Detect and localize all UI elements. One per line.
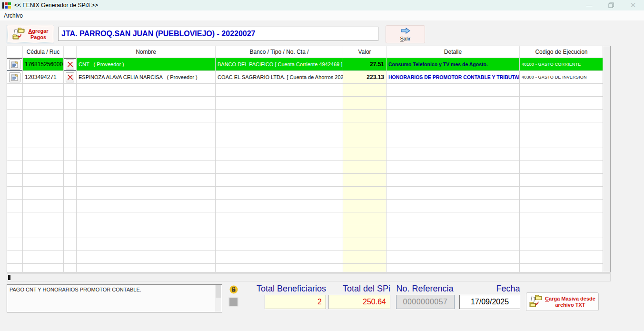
cell-edit-empty <box>7 200 23 212</box>
cell-edit-empty <box>7 135 23 148</box>
cell-codigo: 40100 - GASTO CORRIENTE <box>520 58 603 71</box>
cell-nombre <box>77 122 216 135</box>
lock-icon <box>229 285 238 294</box>
delete-row-button[interactable] <box>66 72 74 82</box>
cell-delete-empty <box>64 84 77 97</box>
cell-edit-empty <box>7 212 23 225</box>
table-row-empty[interactable] <box>7 161 603 174</box>
cell-nombre <box>77 200 216 212</box>
cell-cedula <box>23 212 64 225</box>
carga-masiva-button[interactable]: Carga Masiva desdearchivo TXT <box>526 292 599 311</box>
memo-scrollbar[interactable] <box>215 285 221 312</box>
cell-detalle <box>386 174 520 187</box>
cell-cedula <box>23 148 64 161</box>
cell-nombre <box>77 148 216 161</box>
cell-nombre <box>77 251 216 264</box>
cell-valor <box>343 97 386 110</box>
cell-valor <box>343 84 386 97</box>
cell-codigo <box>520 200 603 212</box>
menu-archivo[interactable]: Archivo <box>0 11 27 20</box>
minimize-button[interactable]: — <box>578 0 600 10</box>
table-row-empty[interactable] <box>7 97 603 110</box>
table-vertical-scrollbar[interactable] <box>603 46 610 272</box>
table-row-empty[interactable] <box>7 264 603 272</box>
cell-cedula <box>23 174 64 187</box>
payment-memo-textarea[interactable]: PAGO CNT Y HONORARIOS PROMOTOR CONTABLE. <box>7 284 222 312</box>
edit-row-button[interactable] <box>9 60 20 70</box>
table-row-empty[interactable] <box>7 200 603 212</box>
salir-button[interactable]: Salir <box>386 25 425 43</box>
cell-cedula <box>23 97 64 110</box>
cell-edit-empty <box>7 97 23 110</box>
cell-valor <box>343 122 386 135</box>
table-body: 1768152560001CNT ( Proveedor )BANCO DEL … <box>7 58 603 272</box>
cell-edit-row-button-wrap <box>7 58 23 71</box>
close-button[interactable]: ✕ <box>622 0 644 10</box>
cell-banco <box>216 84 343 97</box>
table-row-empty[interactable] <box>7 174 603 187</box>
table-row-empty[interactable] <box>7 251 603 264</box>
salir-label: Salir <box>400 36 410 41</box>
edit-row-button[interactable] <box>9 72 20 82</box>
cell-codigo <box>520 212 603 225</box>
cell-edit-empty <box>7 251 23 264</box>
cell-banco <box>216 97 343 110</box>
cell-delete-empty <box>64 187 77 200</box>
total-spi-label: Total del SPi <box>333 284 390 294</box>
cell-cedula <box>23 135 64 148</box>
hscroll-thumb[interactable] <box>8 275 10 280</box>
cell-cedula: 1768152560001 <box>23 58 64 71</box>
table-row-empty[interactable] <box>7 110 603 122</box>
cell-detalle <box>386 161 520 174</box>
table-header-row: Cédula / Ruc Nombre Banco / Tipo / No. C… <box>7 46 610 58</box>
cell-edit-empty <box>7 84 23 97</box>
cell-nombre: ESPINOZA ALAVA CELIA NARCISA ( Proveedor… <box>77 71 216 84</box>
cell-nombre <box>77 187 216 200</box>
table-row[interactable]: 1768152560001CNT ( Proveedor )BANCO DEL … <box>7 58 603 71</box>
header-banco: Banco / Tipo / No. Cta / <box>216 46 343 58</box>
cell-detalle <box>386 97 520 110</box>
fecha-field[interactable]: 17/09/2025 <box>459 295 520 309</box>
cell-cedula <box>23 238 64 251</box>
cell-valor <box>343 110 386 122</box>
table-row-empty[interactable] <box>7 225 603 238</box>
agregar-pagos-button[interactable]: AgregarPagos <box>7 25 54 43</box>
header-cedula: Cédula / Ruc <box>23 46 64 58</box>
table-row-empty[interactable] <box>7 212 603 225</box>
restore-button[interactable] <box>600 0 622 10</box>
cell-detalle <box>386 187 520 200</box>
entity-title-input[interactable] <box>58 27 378 41</box>
cell-cedula <box>23 110 64 122</box>
table-row-empty[interactable] <box>7 135 603 148</box>
cell-banco <box>216 161 343 174</box>
cell-codigo <box>520 84 603 97</box>
cell-nombre <box>77 225 216 238</box>
table-row-empty[interactable] <box>7 148 603 161</box>
cell-delete-empty <box>64 264 77 272</box>
cell-banco <box>216 110 343 122</box>
cell-edit-empty <box>7 225 23 238</box>
cell-codigo <box>520 225 603 238</box>
header-delete <box>64 46 77 58</box>
color-swatch-square[interactable] <box>228 297 238 307</box>
cell-delete-empty <box>64 122 77 135</box>
delete-row-button[interactable] <box>66 60 74 70</box>
cell-valor <box>343 264 386 272</box>
cell-cedula <box>23 251 64 264</box>
cell-nombre <box>77 174 216 187</box>
cell-delete-row-button-wrap <box>64 71 77 84</box>
table-row-empty[interactable] <box>7 122 603 135</box>
cell-nombre: CNT ( Proveedor ) <box>77 58 216 71</box>
cell-codigo <box>520 148 603 161</box>
cell-edit-empty <box>7 264 23 272</box>
cell-banco <box>216 200 343 212</box>
cell-banco <box>216 264 343 272</box>
cell-banco: BANCO DEL PACIFICO [ Cuenta Corriente 49… <box>216 58 343 71</box>
table-row[interactable]: 1203494271ESPINOZA ALAVA CELIA NARCISA (… <box>7 71 603 84</box>
table-row-empty[interactable] <box>7 84 603 97</box>
table-horizontal-scrollbar[interactable] <box>7 273 611 281</box>
cell-valor: 223.13 <box>343 71 386 84</box>
table-row-empty[interactable] <box>7 187 603 200</box>
table-row-empty[interactable] <box>7 238 603 251</box>
cell-valor <box>343 135 386 148</box>
